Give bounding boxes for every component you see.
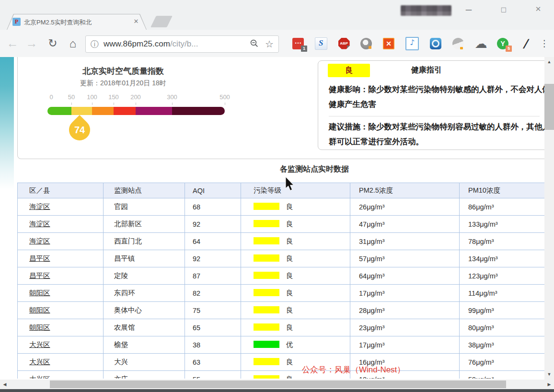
district-cell: 大兴区 [18,336,104,354]
slash-extension-icon[interactable]: / [519,38,531,49]
station-cell: 农展馆 [104,319,185,336]
pm25-cell: 17μg/m³ [350,336,460,354]
level-cell: 良 [241,216,350,233]
district-cell: 海淀区 [18,233,104,250]
vertical-scrollbar[interactable]: ▲ ▼ [544,57,554,380]
scroll-down-icon[interactable]: ▼ [544,370,554,379]
district-link[interactable]: 海淀区 [29,203,50,210]
district-link[interactable]: 大兴区 [29,341,50,348]
horizontal-scroll-thumb[interactable] [50,380,506,388]
district-cell: 朝阳区 [18,302,104,319]
adblock-plus-extension-icon[interactable]: ABP1 [338,38,350,49]
scale-tick-label: 150 [108,93,119,101]
camera-extension-icon[interactable] [430,38,441,49]
page-info-icon[interactable]: ⓘ [91,39,99,50]
level-label: 良 [286,254,293,262]
page-content: 北京实时空气质量指数 更新：2018年01月20日 18时 0501001502… [0,57,554,380]
table-row: 大兴区榆垡38优17μg/m³38μg/m³ [18,336,554,354]
table-row: 朝阳区农展馆65良23μg/m³80μg/m³ [18,319,554,336]
station-cell: 昌平镇 [104,250,185,267]
table-section-title: 各监测站点实时数据 [17,164,554,174]
extension-badge: 5 [506,46,512,52]
extension-toolbar: …1 S ABP1 ✕ ♪ ☁ Y5 / [292,30,531,57]
aqi-cell: 75 [185,302,241,319]
station-cell: 奥体中心 [104,302,185,319]
district-link[interactable]: 海淀区 [29,220,50,228]
station-cell: 定陵 [104,267,185,285]
level-color-swatch [254,203,279,210]
district-link[interactable]: 大兴区 [29,375,50,379]
aqi-cell: 92 [185,216,241,233]
window-minimize-button[interactable]: — [462,4,475,15]
green-y-extension-icon[interactable]: Y5 [497,38,508,49]
zoom-out-icon[interactable] [250,39,258,49]
level-color-swatch [254,323,279,331]
district-link[interactable]: 昌平区 [29,272,50,279]
scroll-left-icon[interactable]: ◀ [1,380,9,389]
scale-segment [71,107,92,115]
level-label: 良 [286,358,293,366]
new-tab-button[interactable] [150,16,173,27]
sogou-extension-icon[interactable]: S [315,37,327,50]
scale-tick [136,103,136,105]
tab-title: 北京PM2.5实时查询和北 [24,18,128,26]
pm25-cell: 31μg/m³ [350,233,460,250]
window-maximize-button[interactable]: □ [497,4,510,15]
district-cell: 朝阳区 [18,319,104,336]
red-dots-extension-icon[interactable]: …1 [292,38,304,49]
district-link[interactable]: 大兴区 [29,358,50,366]
level-label: 良 [286,306,293,314]
level-label: 良 [286,375,293,379]
column-header: 监测站点 [104,183,185,198]
table-row: 大兴区大兴63良16μg/m³76μg/m³ [18,354,554,371]
tab-title-fade [114,17,129,27]
pm25-cell: 26μg/m³ [350,198,460,216]
window-close-button[interactable]: ✕ [532,4,544,15]
pm10-cell: 134μg/m³ [460,250,554,267]
reload-icon[interactable]: ↻ [44,30,61,57]
stations-table: 区／县监测站点AQI污染等级PM2.5浓度PM10浓度 海淀区官园68良26μg… [17,183,554,379]
weibo-extension-icon[interactable] [360,38,372,49]
scale-segment [136,107,172,115]
district-link[interactable]: 朝阳区 [29,323,50,331]
column-header: 区／县 [18,183,104,198]
sphere-extension-icon[interactable] [452,38,464,49]
district-link[interactable]: 朝阳区 [29,289,50,297]
forward-icon[interactable]: → [23,30,40,57]
level-label: 良 [286,203,293,210]
district-link[interactable]: 海淀区 [29,237,50,245]
extension-badge: 1 [347,46,353,52]
district-cell: 朝阳区 [18,285,104,302]
pm10-cell: 123μg/m³ [460,267,554,285]
bookmark-star-icon[interactable]: ☆ [265,38,274,50]
district-cell: 大兴区 [18,354,104,371]
horizontal-scrollbar[interactable]: ◀ [0,380,544,389]
back-icon[interactable]: ← [4,30,21,57]
cloud-extension-icon[interactable]: ☁ [474,38,486,49]
pm10-cell: 76μg/m³ [460,354,554,371]
scale-tick-label: 50 [68,93,75,101]
district-link[interactable]: 朝阳区 [29,306,50,314]
district-link[interactable]: 昌平区 [29,254,50,262]
address-bar[interactable]: ⓘ www.86pm25.com/city/b... ☆ [85,35,279,53]
home-icon[interactable]: ⌂ [64,30,81,57]
level-label: 良 [286,237,293,245]
aqi-cell: 63 [185,354,241,371]
scroll-up-icon[interactable]: ▲ [544,58,554,66]
watermark-text: 公众号：风巢（Wind-Nest） [302,364,405,375]
pm25-cell: 64μg/m³ [350,267,460,285]
tools-extension-icon[interactable]: ✕ [383,38,394,49]
vertical-scroll-thumb[interactable] [544,84,554,130]
mouse-cursor [285,177,296,192]
pm25-cell: 57μg/m³ [350,250,460,267]
scale-tick [225,103,225,105]
music-note-extension-icon[interactable]: ♪ [405,37,419,50]
gauge-title: 北京实时空气质量指数 [18,66,229,77]
level-cell: 良 [241,198,350,216]
chrome-menu-icon[interactable]: ⋮ [538,30,551,57]
titlebar: P 北京PM2.5实时查询和北 ✕ — □ ✕ [0,0,554,30]
pm10-cell: 86μg/m³ [460,198,554,216]
tab-close-icon[interactable]: ✕ [132,18,140,25]
scroll-right-icon[interactable]: ▶ [544,380,554,389]
scale-tick-label: 0 [49,93,53,101]
